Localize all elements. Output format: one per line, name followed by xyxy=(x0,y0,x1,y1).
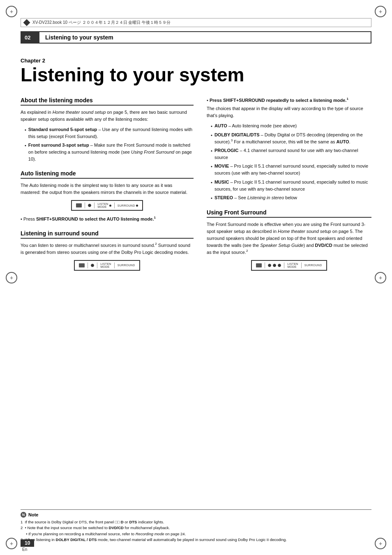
dev-indicator-2: SURROUND xyxy=(118,204,138,207)
note-line-3: 3 When listening in DOLBY DIGITAL / DTS … xyxy=(21,537,371,543)
chapter-header: 02 Listening to your system xyxy=(21,31,371,44)
bullet-dolby: • DOLBY DIGITAL/DTS – Dolby Digital or D… xyxy=(211,131,371,145)
dev-text-label6: SURROUND xyxy=(304,264,322,267)
chapter-big-title: Listening to your system xyxy=(21,64,371,85)
about-modes-bullets: • Standard surround 5-spot setup – Use a… xyxy=(25,126,194,163)
dev-sep-5 xyxy=(97,263,97,268)
page-number-badge: 10 xyxy=(21,539,34,547)
dev-indicator-4: SURROUND xyxy=(118,264,135,267)
auto-mode-para: The Auto listening mode is the simplest … xyxy=(21,182,194,196)
dev-btn-3 xyxy=(256,263,262,267)
bullet-dot-dolby: • xyxy=(211,132,212,145)
two-column-layout: About the listening modes As explained i… xyxy=(21,97,371,276)
bullet-movie: • MOVIE – Pro Logic II 5.1 channel surro… xyxy=(211,163,371,177)
bullet-prologic: • PROLOGIC – 4.1 channel surround sound … xyxy=(211,147,371,161)
header-diamond xyxy=(23,19,30,26)
dev-btn-2 xyxy=(79,263,85,267)
auto-instruction: • Press SHIFT+SURROUND to select the AUT… xyxy=(21,216,194,223)
bullet-prologic-text: PROLOGIC – 4.1 channel surround sound fo… xyxy=(214,147,371,161)
dev-indicator-5: LISTENMODE xyxy=(287,263,298,268)
note-icon: N xyxy=(21,512,26,518)
section-heading-surround: Listening in surround sound xyxy=(21,230,194,239)
dev-text-label5: LISTENMODE xyxy=(287,263,298,268)
bullet-dot-stereo: • xyxy=(211,195,212,202)
corner-mark-mr xyxy=(375,272,386,283)
note-text: 1 If the source is Dolby Digital or DTS,… xyxy=(21,519,371,543)
section-about-modes: About the listening modes As explained i… xyxy=(21,97,194,163)
dev-text-label1: LISTENMODE xyxy=(97,203,108,208)
dev-led-2 xyxy=(136,205,138,207)
note-line-2: 2 • Note that the input source must be s… xyxy=(21,525,371,531)
dev-btn-sm-5 xyxy=(278,264,281,267)
dev-sep-6 xyxy=(114,263,115,268)
bullet-dot-1: • xyxy=(25,127,26,140)
main-content: Chapter 2 Listening to your system About… xyxy=(21,49,371,530)
device-diagram-auto: LISTENMODE SURROUND xyxy=(21,200,194,211)
dev-sep-8 xyxy=(284,263,284,268)
device-diagram-front: LISTENMODE SURROUND xyxy=(207,260,371,271)
dev-btn-sm-2 xyxy=(91,264,94,267)
device-box-surround: LISTENMODE SURROUND xyxy=(74,260,140,271)
dev-text-label2: SURROUND xyxy=(118,204,135,207)
bullet-front-text: Front surround 3-spot setup – Make sure … xyxy=(28,142,194,163)
chapter-title: Listening to your system xyxy=(39,31,371,44)
bullet-dot-2: • xyxy=(25,142,26,163)
note-line-1: 1 If the source is Dolby Digital or DTS,… xyxy=(21,519,371,525)
bullet-dolby-text: DOLBY DIGITAL/DTS – Dolby Digital or DTS… xyxy=(214,131,371,145)
bullet-stereo-text: STEREO – See Listening in stereo below xyxy=(214,194,297,202)
bullet-stereo: • STEREO – See Listening in stereo below xyxy=(211,194,371,202)
note-section: N Note 1 If the source is Dolby Digital … xyxy=(21,509,371,543)
corner-mark-bl xyxy=(6,538,17,549)
corner-mark-tr xyxy=(375,6,386,17)
dev-sep-2 xyxy=(94,203,95,208)
dev-btn-sm-3 xyxy=(268,264,271,267)
device-box-auto: LISTENMODE SURROUND xyxy=(71,200,143,211)
bullet-front-surround: • Front surround 3-spot setup – Make sur… xyxy=(25,142,194,163)
bullet-dot-music: • xyxy=(211,179,212,193)
front-surround-para: The Front Surround mode is effective whe… xyxy=(207,221,371,256)
dev-text-label4: SURROUND xyxy=(118,264,135,267)
section-surround-sound: Listening in surround sound You can list… xyxy=(21,230,194,271)
page-en-label: En xyxy=(22,547,34,552)
right-instruction-top: • Press SHIFT+SURROUND repeatedly to sel… xyxy=(207,97,371,104)
file-header-text: XV-DV232.book 10 ページ ２００４年１２月２４日 金曜日 午後１… xyxy=(32,20,171,25)
note-header: N Note xyxy=(21,512,371,518)
section-heading-about: About the listening modes xyxy=(21,97,194,106)
bullet-standard-surround: • Standard surround 5-spot setup – Use a… xyxy=(25,126,194,140)
dev-sep-4 xyxy=(88,263,88,268)
dev-sep-3 xyxy=(114,203,115,208)
corner-mark-br xyxy=(375,538,386,549)
bullet-movie-text: MOVIE – Pro Logic II 5.1 channel surroun… xyxy=(214,163,371,177)
bullet-dot-prologic: • xyxy=(211,147,212,161)
dev-indicator-6: SURROUND xyxy=(304,264,322,267)
dev-led-1 xyxy=(109,205,111,207)
page-number-area: 10 En xyxy=(21,539,34,552)
left-column: About the listening modes As explained i… xyxy=(21,97,194,276)
device-box-front: LISTENMODE SURROUND xyxy=(251,260,327,271)
section-auto-mode: Auto listening mode The Auto listening m… xyxy=(21,170,194,223)
corner-mark-tl xyxy=(6,6,17,17)
about-modes-para: As explained in Home theater sound setup… xyxy=(21,109,194,123)
dev-sep-9 xyxy=(301,263,302,268)
note-label: Note xyxy=(28,512,38,517)
bullet-auto: • AUTO – Auto listening mode (see above) xyxy=(211,122,371,130)
dev-sep-7 xyxy=(265,263,265,268)
corner-mark-ml xyxy=(6,272,17,283)
dev-btn-1 xyxy=(76,203,82,207)
bullet-music: • MUSIC – Pro Logic II 5.1 channel surro… xyxy=(211,179,371,193)
dev-text-label3: LISTENMODE xyxy=(100,263,111,268)
section-heading-auto: Auto listening mode xyxy=(21,170,194,179)
dev-btn-sm-4 xyxy=(273,264,276,267)
file-header: XV-DV232.book 10 ページ ２００４年１２月２４日 金曜日 午後１… xyxy=(21,18,371,27)
chapter-label: Chapter 2 xyxy=(21,58,371,64)
section-front-surround: Using Front Surround The Front Surround … xyxy=(207,209,371,271)
bullet-dot-movie: • xyxy=(211,163,212,177)
chapter-number: 02 xyxy=(21,31,39,44)
bullet-standard-text: Standard surround 5-spot setup – Use any… xyxy=(28,126,194,140)
device-diagram-surround: LISTENMODE SURROUND xyxy=(21,260,194,271)
right-choices-intro: The choices that appear in the display w… xyxy=(207,105,371,119)
surround-para: You can listen to stereo or multichannel… xyxy=(21,242,194,256)
section-heading-front-surround: Using Front Surround xyxy=(207,209,371,218)
right-column: • Press SHIFT+SURROUND repeatedly to sel… xyxy=(207,97,371,276)
mode-bullets: • AUTO – Auto listening mode (see above)… xyxy=(211,122,371,201)
